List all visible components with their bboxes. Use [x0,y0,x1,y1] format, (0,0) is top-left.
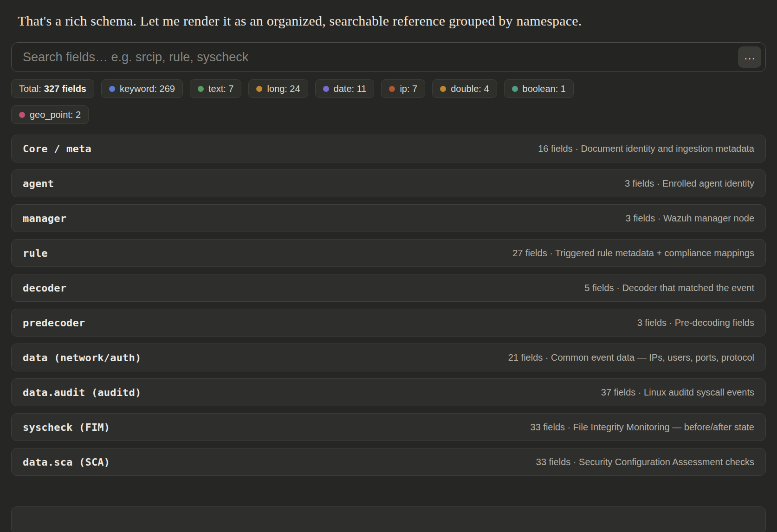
namespace-row[interactable]: data.sca (SCA) 33 fields · Security Conf… [11,448,766,476]
namespace-name: data (network/auth) [23,352,141,363]
namespace-name: data.audit (auditd) [23,387,141,398]
total-fields-label: Total: [19,84,41,94]
namespace-row[interactable]: data.audit (auditd) 37 fields · Linux au… [11,378,766,406]
namespace-summary: 3 fields · Wazuh manager node [626,213,754,224]
type-badge[interactable]: boolean: 1 [504,79,574,98]
namespace-summary: 37 fields · Linux auditd syscall events [601,387,754,398]
search-options-button[interactable]: … [738,46,761,68]
namespace-name: manager [23,213,66,224]
type-badge[interactable]: keyword: 269 [101,79,183,98]
namespace-row[interactable]: decoder 5 fields · Decoder that matched … [11,274,766,302]
namespace-row[interactable]: data (network/auth) 21 fields · Common e… [11,344,766,371]
namespace-name: data.sca (SCA) [23,456,110,468]
type-badge[interactable]: date: 11 [315,79,375,98]
namespace-summary: 33 fields · Security Configuration Asses… [536,457,754,467]
namespace-summary: 5 fields · Decoder that matched the even… [584,283,754,293]
type-badge-label: boolean: 1 [523,84,566,94]
namespace-row[interactable]: predecoder 3 fields · Pre-decoding field… [11,309,766,337]
type-color-dot [109,86,115,92]
type-badge[interactable]: ip: 7 [381,79,425,98]
search-input[interactable] [23,50,738,65]
namespace-row-partial[interactable] [11,506,766,532]
namespace-summary: 3 fields · Enrolled agent identity [625,178,754,189]
namespace-name: predecoder [23,317,85,329]
total-fields-badge[interactable]: Total: 327 fields [11,79,94,98]
namespace-name: decoder [23,282,66,294]
type-badge[interactable]: text: 7 [190,79,241,98]
namespace-summary: 21 fields · Common event data — IPs, use… [508,352,754,363]
namespace-name: syscheck (FIM) [23,422,110,433]
namespace-list: Core / meta 16 fields · Document identit… [11,135,766,476]
namespace-summary: 3 fields · Pre-decoding fields [637,318,754,328]
type-badges-row-2: geo_point: 2 [11,105,766,124]
type-color-dot [19,112,25,118]
type-badge-label: date: 11 [334,84,367,94]
type-color-dot [512,86,518,92]
type-badge[interactable]: geo_point: 2 [11,105,89,124]
namespace-name: agent [23,178,54,189]
namespace-row[interactable]: syscheck (FIM) 33 fields · File Integrit… [11,413,766,441]
namespace-summary: 16 fields · Document identity and ingest… [538,143,754,154]
type-badge-label: text: 7 [208,84,233,94]
type-badge-label: ip: 7 [400,84,417,94]
namespace-row[interactable]: Core / meta 16 fields · Document identit… [11,135,766,162]
type-color-dot [389,86,395,92]
type-color-dot [440,86,446,92]
type-color-dot [256,86,262,92]
type-badge-label: geo_point: 2 [30,110,81,120]
namespace-summary: 27 fields · Triggered rule metadata + co… [512,248,754,259]
total-fields-value: 327 fields [44,84,86,94]
namespace-name: Core / meta [23,143,91,155]
schema-reference-page: That's a rich schema. Let me render it a… [0,0,777,532]
type-badge-label: double: 4 [451,84,489,94]
type-badges-row-1: Total: 327 fields keyword: 269text: 7lon… [11,79,766,98]
namespace-row[interactable]: manager 3 fields · Wazuh manager node [11,204,766,232]
ellipsis-icon: … [744,49,756,61]
type-badge[interactable]: long: 24 [248,79,308,98]
namespace-summary: 33 fields · File Integrity Monitoring — … [531,422,754,433]
namespace-row[interactable]: agent 3 fields · Enrolled agent identity [11,169,766,197]
intro-text: That's a rich schema. Let me render it a… [18,10,612,31]
namespace-name: rule [23,247,48,259]
namespace-row[interactable]: rule 27 fields · Triggered rule metadata… [11,239,766,267]
type-badge-label: keyword: 269 [120,84,175,94]
type-badge[interactable]: double: 4 [432,79,497,98]
type-badge-label: long: 24 [267,84,300,94]
type-color-dot [198,86,204,92]
search-bar: … [11,42,766,72]
type-color-dot [323,86,329,92]
